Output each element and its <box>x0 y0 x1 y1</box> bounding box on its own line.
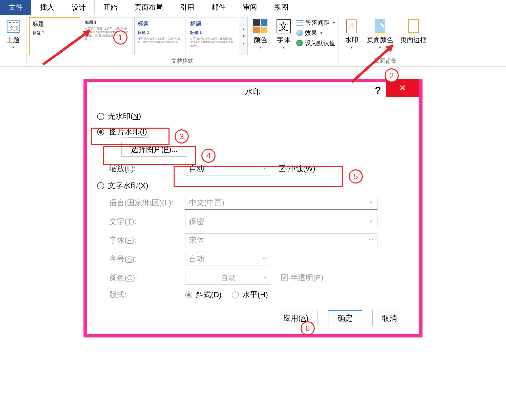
dialog-title: 水印 <box>245 86 261 97</box>
paragraph-spacing-icon <box>296 20 303 26</box>
group-label-page-bg: 页面背景 <box>374 55 396 65</box>
dialog-button-row: 应用(A) 确定 取消 <box>97 310 409 326</box>
chevron-down-icon: ﹀ <box>262 256 267 263</box>
set-default-button[interactable]: ✓ 设为默认值 <box>296 39 336 47</box>
tab-review[interactable]: 审阅 <box>234 0 266 15</box>
size-label: 字号(S): <box>109 254 185 264</box>
chevron-down-icon: ﹀ <box>369 218 374 225</box>
chevron-down-icon: ﹀ <box>369 237 374 244</box>
size-combobox: 自动 ﹀ <box>185 252 271 266</box>
language-label: 语言(国家/地区)(L): <box>109 198 185 208</box>
color-row: 颜色(C): 自动 ﹀ ✔ 半透明(E) <box>109 271 409 285</box>
close-button[interactable]: × <box>386 79 419 97</box>
close-icon: × <box>399 82 406 94</box>
colors-label: 颜色 <box>254 35 267 44</box>
svg-text:A: A <box>348 21 354 31</box>
layout-horizontal: 水平(H) <box>232 290 268 300</box>
text-combobox: 保密 ﹀ <box>185 215 377 228</box>
layout-row: 版式: 斜式(D) 水平(H) <box>109 290 409 300</box>
page-borders-button[interactable]: 页面边框 <box>398 17 429 45</box>
watermark-button[interactable]: A 水印 ▼ <box>341 17 362 50</box>
svg-rect-3 <box>16 22 18 23</box>
gallery-more-button[interactable]: ▲▼▾ <box>240 17 248 55</box>
layout-label: 版式: <box>109 290 185 300</box>
highlight-rect-4 <box>103 146 196 165</box>
ok-button[interactable]: 确定 <box>328 310 362 326</box>
fonts-label: 字体 <box>277 35 290 44</box>
style-set-gallery[interactable]: 标题 标题 1 标题 1 对于"插入"选项卡上的库，在设计时都充分考虑了其中的项… <box>29 17 248 55</box>
apply-button[interactable]: 应用(A) <box>274 310 318 326</box>
themes-icon: 文文 <box>5 18 21 34</box>
effects-icon <box>296 30 303 36</box>
fonts-icon: 文 <box>276 18 292 34</box>
dialog-body: 无水印(N) 图片水印(I) 选择图片(P)... 缩放(L): 自动 ﹀ <box>87 101 419 334</box>
watermark-dialog-container: 水印 ? × 无水印(N) 图片水印(I) 选择图片(P)... <box>83 79 423 337</box>
radio-horizontal <box>232 291 239 298</box>
svg-rect-1 <box>9 22 11 23</box>
dialog-titlebar: 水印 ? × <box>87 82 419 101</box>
option-no-watermark[interactable]: 无水印(N) <box>97 111 409 122</box>
font-label: 字体(F): <box>109 235 185 246</box>
chevron-down-icon: ▼ <box>282 45 285 49</box>
size-row: 字号(S): 自动 ﹀ <box>109 252 409 266</box>
tab-home[interactable]: 开始 <box>95 0 126 15</box>
color-label: 颜色(C): <box>109 273 185 283</box>
style-thumb-2[interactable]: 标题 1 对于"插入"选项卡上的库，在设计时都充分考虑了其中的项与文档整体外观的… <box>82 17 133 55</box>
chevron-down-icon: ﹀ <box>262 274 267 281</box>
tab-page-layout[interactable]: 页面布局 <box>126 0 172 15</box>
radio-no-watermark[interactable] <box>97 113 104 120</box>
paragraph-spacing-button[interactable]: 段落间距 ▼ <box>296 19 336 27</box>
style-thumb-4[interactable]: 标题 标题 1 对于"插入"选项卡上的库，在设计时都充分考虑了其中的项与文档整体… <box>187 17 238 55</box>
group-themes: 文文 主题 ▼ <box>0 17 27 66</box>
themes-label: 主题 <box>7 35 20 44</box>
chevron-down-icon: ▼ <box>332 21 336 25</box>
colors-button[interactable]: 颜色 ▼ <box>250 17 271 50</box>
help-button[interactable]: ? <box>375 85 381 96</box>
layout-diagonal: 斜式(D) <box>185 290 222 300</box>
page-borders-icon <box>405 18 421 34</box>
radio-text-watermark[interactable] <box>97 182 104 189</box>
ribbon-tabs: 文件 插入 设计 开始 页面布局 引用 邮件 审阅 视图 <box>0 0 506 15</box>
formatting-options: 段落间距 ▼ 效果 ▼ ✓ 设为默认值 <box>296 17 336 47</box>
tab-file[interactable]: 文件 <box>0 0 31 15</box>
style-thumb-1[interactable]: 标题 标题 1 <box>29 17 80 55</box>
tab-references[interactable]: 引用 <box>172 0 203 15</box>
group-label-doc-format: 文档格式 <box>171 55 194 65</box>
cancel-button[interactable]: 取消 <box>372 310 406 326</box>
chevron-down-icon: ﹀ <box>369 199 374 206</box>
chevron-down-icon: ▼ <box>320 31 323 35</box>
style-thumb-3[interactable]: 标题 标题 1 对于"插入"选项卡上的库，在设计时都充分考虑了其中的项与文档整体… <box>134 17 185 55</box>
svg-rect-8 <box>375 32 385 33</box>
text-row: 文字(T): 保密 ﹀ <box>109 215 409 228</box>
tab-mailings[interactable]: 邮件 <box>203 0 234 15</box>
colors-icon <box>252 18 268 34</box>
font-row: 字体(F): 宋体 ﹀ <box>109 233 409 247</box>
watermark-dialog: 水印 ? × 无水印(N) 图片水印(I) 选择图片(P)... <box>83 79 423 337</box>
tab-insert[interactable]: 插入 <box>31 0 63 15</box>
tab-view[interactable]: 视图 <box>266 0 297 15</box>
semitransparent-checkbox: ✔ <box>281 274 288 281</box>
page-color-icon <box>372 18 388 34</box>
language-row: 语言(国家/地区)(L): 中文(中国) ﹀ <box>109 196 409 210</box>
highlight-rect-5 <box>174 166 343 187</box>
svg-text:文文: 文文 <box>9 25 19 31</box>
tab-design[interactable]: 设计 <box>63 0 95 15</box>
effects-button[interactable]: 效果 ▼ <box>296 29 336 37</box>
ribbon-body: 文文 主题 ▼ 标题 标题 1 标题 1 对于"插入"选项卡上的库，在设计时都充… <box>0 15 506 67</box>
language-combobox: 中文(中国) ﹀ <box>185 196 377 210</box>
svg-rect-9 <box>408 20 418 33</box>
watermark-icon: A <box>344 18 360 34</box>
page-color-label: 页面颜色 <box>367 35 393 44</box>
highlight-rect-3 <box>91 128 170 145</box>
chevron-down-icon: ▼ <box>378 45 382 49</box>
themes-button[interactable]: 文文 主题 ▼ <box>3 17 24 50</box>
group-document-formatting: 标题 标题 1 标题 1 对于"插入"选项卡上的库，在设计时都充分考虑了其中的项… <box>27 17 339 66</box>
page-borders-label: 页面边框 <box>400 35 427 44</box>
fonts-button[interactable]: 文 字体 ▼ <box>273 17 294 50</box>
chevron-down-icon: ▼ <box>350 45 353 49</box>
page-color-button[interactable]: 页面颜色 ▼ <box>364 17 396 50</box>
check-circle-icon: ✓ <box>296 40 303 46</box>
chevron-down-icon: ▼ <box>259 45 262 49</box>
chevron-down-icon: ▼ <box>11 45 15 49</box>
semitransparent-checkbox-wrap: ✔ 半透明(E) <box>281 273 323 283</box>
